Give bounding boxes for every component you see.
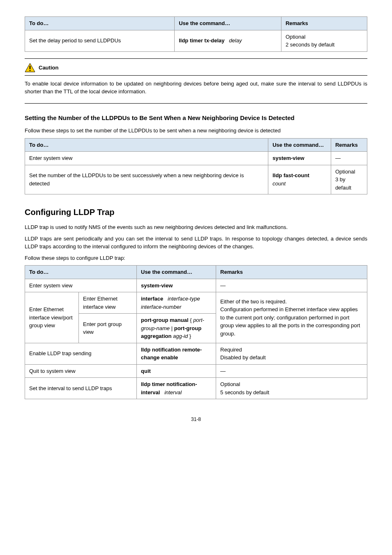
cell-cmd: lldp fast-count count bbox=[268, 165, 331, 194]
caution-label: Caution bbox=[39, 64, 58, 72]
cell-remark: — bbox=[216, 279, 367, 292]
cmd-bold: system-view bbox=[141, 282, 173, 289]
remark-line: Either of the two is required. bbox=[220, 298, 363, 306]
col-header: Use the command… bbox=[268, 138, 331, 152]
cell-desc: Set the number of the LLDPDUs to be sent… bbox=[25, 165, 268, 194]
col-header: Remarks bbox=[331, 138, 367, 152]
table-row: Set the number of the LLDPDUs to be sent… bbox=[25, 165, 367, 194]
table-row: Enter system view system-view — bbox=[25, 152, 367, 165]
cell-remark: Optional 2 seconds by default bbox=[281, 30, 367, 51]
cmd-bold: port-group manual bbox=[141, 317, 189, 323]
cell-desc: Enter system view bbox=[25, 279, 137, 292]
remark-line: Required bbox=[220, 346, 363, 354]
table-row: Enable LLDP trap sending lldp notificati… bbox=[25, 343, 367, 364]
table-row: Set the interval to send LLDP traps lldp… bbox=[25, 378, 367, 399]
remark-line: 5 seconds by default bbox=[220, 388, 363, 397]
section-paragraph: LLDP traps are sent periodically and you… bbox=[25, 235, 367, 251]
remark-line: Configuration performed in Ethernet inte… bbox=[220, 305, 363, 338]
cell-remark: Either of the two is required. Configura… bbox=[216, 292, 367, 343]
col-header: Use the command… bbox=[137, 266, 216, 279]
cell-desc: Enable LLDP trap sending bbox=[25, 343, 137, 364]
svg-rect-2 bbox=[30, 70, 31, 71]
col-header: To do… bbox=[25, 138, 268, 152]
cell-desc: Enter port group view bbox=[79, 314, 137, 343]
divider bbox=[25, 58, 367, 59]
remark-line: 3 by default bbox=[335, 176, 363, 192]
cmd-bold: lldp notification remote-change enable bbox=[141, 347, 202, 361]
divider bbox=[25, 75, 367, 76]
col-header: Remarks bbox=[216, 266, 367, 279]
cmd-bold: quit bbox=[141, 368, 151, 374]
cmd-bold: interface bbox=[141, 296, 163, 302]
cell-cmd: port-group manual { port-group-name | po… bbox=[137, 314, 216, 343]
svg-rect-1 bbox=[30, 66, 31, 69]
table-row: Set the delay period to send LLDPDUs lld… bbox=[25, 30, 367, 51]
page-number: 31-8 bbox=[25, 416, 367, 423]
cmd-arg: count bbox=[272, 180, 286, 187]
cell-desc: Set the interval to send LLDP traps bbox=[25, 378, 137, 399]
table-row: Enter system view system-view — bbox=[25, 279, 367, 292]
cell-cmd: system-view bbox=[137, 279, 216, 292]
cell-remark: Optional 3 by default bbox=[331, 165, 367, 194]
table-row: Enter Ethernet interface view/port group… bbox=[25, 292, 367, 314]
cell-remark: — bbox=[331, 152, 367, 165]
section-paragraph: Follow these steps to configure LLDP tra… bbox=[25, 254, 367, 262]
cell-desc: Enter Ethernet interface view bbox=[79, 292, 137, 314]
section-title: Configuring LLDP Trap bbox=[25, 206, 367, 218]
cmd-arg: interval bbox=[164, 389, 182, 395]
cell-cmd: system-view bbox=[268, 152, 331, 165]
cmd-arg: delay bbox=[229, 37, 242, 44]
caution-icon bbox=[25, 63, 35, 73]
remark-line: Optional bbox=[335, 168, 363, 176]
remark-line: Optional bbox=[286, 33, 363, 41]
cmd-bold: lldp timer tx-delay bbox=[179, 37, 224, 44]
cell-desc: Set the delay period to send LLDPDUs bbox=[25, 30, 175, 51]
col-header: Use the command… bbox=[175, 17, 281, 30]
remark-line: Disabled by default bbox=[220, 354, 363, 362]
intro-text: Follow these steps to set the number of … bbox=[25, 127, 367, 135]
cmd-bold: lldp fast-count bbox=[272, 172, 309, 178]
cell-cmd: interface interface-type interface-numbe… bbox=[137, 292, 216, 314]
cell-cmd: lldp timer notification-interval interva… bbox=[137, 378, 216, 399]
remark-line: Optional bbox=[220, 380, 363, 388]
col-header: To do… bbox=[25, 17, 175, 30]
cell-cmd: quit bbox=[137, 364, 216, 378]
cell-desc: Quit to system view bbox=[25, 364, 137, 378]
section-paragraph: LLDP trap is used to notify NMS of the e… bbox=[25, 223, 367, 231]
caution-text: To enable local device information to be… bbox=[25, 80, 367, 96]
col-header: To do… bbox=[25, 266, 137, 279]
cell-cmd: lldp timer tx-delay delay bbox=[175, 30, 281, 51]
divider bbox=[25, 103, 367, 104]
cmd-arg: agg-id bbox=[173, 333, 188, 339]
remark-line: 2 seconds by default bbox=[286, 41, 363, 49]
cell-remark: — bbox=[216, 364, 367, 378]
cell-remark: Optional 5 seconds by default bbox=[216, 378, 367, 399]
table-delay-period: To do… Use the command… Remarks Set the … bbox=[25, 16, 367, 52]
cell-desc: Enter system view bbox=[25, 152, 268, 165]
cell-cmd: lldp notification remote-change enable bbox=[137, 343, 216, 364]
subsection-title: Setting the Number of the LLDPDUs to Be … bbox=[25, 113, 367, 123]
cmd-bold: system-view bbox=[272, 155, 304, 161]
cell-group: Enter Ethernet interface view/port group… bbox=[25, 292, 79, 343]
table-lldp-trap: To do… Use the command… Remarks Enter sy… bbox=[25, 265, 367, 399]
col-header: Remarks bbox=[281, 17, 367, 30]
table-row: Quit to system view quit — bbox=[25, 364, 367, 378]
table-lldpdu-count: To do… Use the command… Remarks Enter sy… bbox=[25, 138, 367, 195]
cell-remark: Required Disabled by default bbox=[216, 343, 367, 364]
